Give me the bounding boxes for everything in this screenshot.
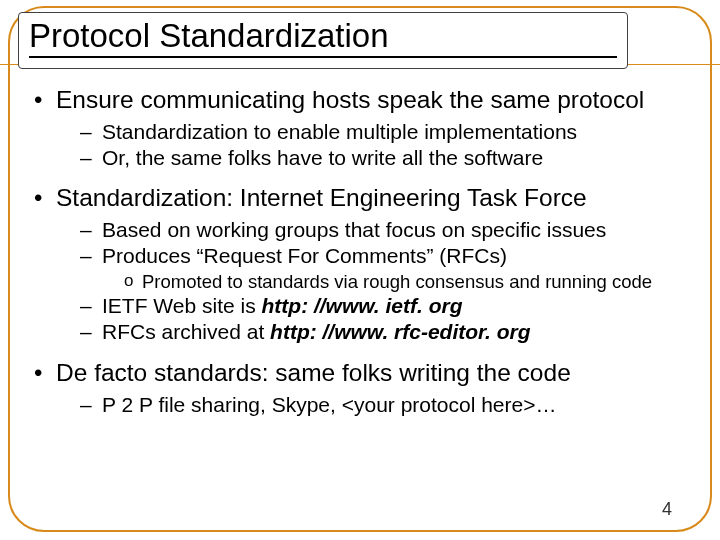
- bullet-text: Ensure communicating hosts speak the sam…: [56, 86, 644, 113]
- page-number: 4: [662, 499, 672, 520]
- slide: Protocol Standardization Ensure communic…: [0, 0, 720, 540]
- subsub-text: Promoted to standards via rough consensu…: [142, 271, 652, 292]
- sub-text: Or, the same folks have to write all the…: [102, 146, 543, 169]
- bullet-text: De facto standards: same folks writing t…: [56, 359, 571, 386]
- title-box: Protocol Standardization: [18, 12, 628, 69]
- bullet-text: Standardization: Internet Engineering Ta…: [56, 184, 587, 211]
- sub-list: Standardization to enable multiple imple…: [56, 119, 690, 170]
- sub-text-prefix: RFCs archived at: [102, 320, 270, 343]
- slide-body: Ensure communicating hosts speak the sam…: [32, 86, 690, 520]
- bullet-item: Standardization: Internet Engineering Ta…: [32, 184, 690, 344]
- sub-text: Standardization to enable multiple imple…: [102, 120, 577, 143]
- sub-item: Based on working groups that focus on sp…: [80, 217, 690, 243]
- title-underline: [29, 56, 617, 58]
- sub-text: Based on working groups that focus on sp…: [102, 218, 606, 241]
- sub-list: Based on working groups that focus on sp…: [56, 217, 690, 345]
- sub-item: P 2 P file sharing, Skype, <your protoco…: [80, 392, 690, 418]
- sub-item: IETF Web site is http: //www. ietf. org: [80, 293, 690, 319]
- subsub-item: Promoted to standards via rough consensu…: [124, 270, 690, 293]
- sub-text-link: http: //www. ietf. org: [261, 294, 462, 317]
- sub-text: P 2 P file sharing, Skype, <your protoco…: [102, 393, 556, 416]
- sub-item: RFCs archived at http: //www. rfc-editor…: [80, 319, 690, 345]
- slide-title: Protocol Standardization: [29, 19, 617, 54]
- sub-item: Or, the same folks have to write all the…: [80, 145, 690, 171]
- bullet-item: De facto standards: same folks writing t…: [32, 359, 690, 418]
- sub-list: P 2 P file sharing, Skype, <your protoco…: [56, 392, 690, 418]
- bullet-item: Ensure communicating hosts speak the sam…: [32, 86, 690, 170]
- sub-text-link: http: //www. rfc-editor. org: [270, 320, 531, 343]
- bullet-list: Ensure communicating hosts speak the sam…: [32, 86, 690, 417]
- sub-item: Standardization to enable multiple imple…: [80, 119, 690, 145]
- sub-text: Produces “Request For Comments” (RFCs): [102, 244, 507, 267]
- sub-item: Produces “Request For Comments” (RFCs) P…: [80, 243, 690, 294]
- subsub-list: Promoted to standards via rough consensu…: [102, 270, 690, 293]
- sub-text-prefix: IETF Web site is: [102, 294, 261, 317]
